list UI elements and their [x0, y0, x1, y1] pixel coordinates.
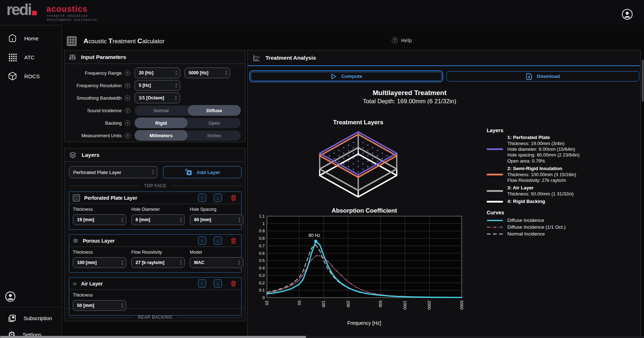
sound-incidence-row: Sound Incidence ? Normal Diffuse [65, 105, 246, 116]
move-layer-down-button[interactable]: ↓ [214, 279, 222, 288]
treatment-analysis-header: Treatment Analysis [248, 50, 640, 66]
svg-text:0.4: 0.4 [259, 266, 265, 270]
sidebar-divider [0, 307, 62, 307]
delete-layer-button[interactable] [229, 194, 238, 202]
sidebar-avatar-icon[interactable] [5, 291, 16, 302]
svg-text:1: 1 [263, 222, 265, 226]
help-button[interactable]: ? Help [392, 37, 412, 43]
move-layer-down-button[interactable]: ↓ [214, 237, 222, 245]
toggle-option-diffuse[interactable]: Diffuse [188, 105, 241, 116]
toggle-option-open[interactable]: Open [188, 118, 241, 128]
sound-incidence-help-icon[interactable]: ? [125, 108, 130, 113]
svg-text:Absorption Coefficient: Absorption Coefficient [331, 207, 397, 214]
frequency-resolution-row: Frequency Resolution ? 5 [Hz]∧∨ [65, 80, 246, 91]
logo-tagline-1: research education [47, 14, 88, 18]
curve-legend-entry: Diffuse Incidence [487, 217, 640, 224]
layer-card-title: Air Layer [81, 281, 191, 287]
frequency-max-input[interactable]: 5000 [Hz]∧∨ [184, 68, 230, 78]
download-button[interactable]: Download [446, 71, 639, 81]
frequency-resolution-help-icon[interactable]: ? [125, 83, 130, 88]
add-layer-label: Add Layer [197, 170, 220, 175]
sidebar-label-rocs: ROCS [24, 73, 40, 79]
sidebar-label-home: Home [24, 35, 39, 41]
add-layer-button[interactable]: Add Layer [163, 166, 242, 178]
frequency-range-help-icon[interactable]: ? [125, 70, 130, 76]
sidebar-item-rocs[interactable]: ROCS [0, 68, 62, 85]
horizontal-scrollbar-thumb[interactable] [0, 336, 306, 338]
measurement-units-help-icon[interactable]: ? [125, 133, 130, 138]
smoothing-bandwidth-label: Smoothing Bandwidth [65, 95, 122, 101]
toggle-option-milimeters[interactable]: Milimeters [135, 130, 188, 141]
model-select[interactable]: MAC∧∨ [190, 257, 243, 268]
spinner-down-icon[interactable]: ∨ [175, 85, 177, 88]
vertical-scrollbar-thumb[interactable] [642, 60, 644, 102]
move-layer-up-button[interactable]: ↑ [198, 194, 206, 202]
svg-text:0: 0 [263, 295, 265, 300]
sidebar-item-subscription[interactable]: Subscription [0, 310, 62, 327]
thickness-field: Thickness 19 [mm]∧∨ [73, 207, 126, 225]
svg-text:0.5: 0.5 [259, 258, 265, 263]
frequency-range-label: Frequency Range [65, 70, 122, 76]
layer-color-swatch [487, 190, 503, 192]
measurement-units-row: Measurement Units ? Milimeters Inches [65, 130, 246, 141]
treatment-analysis-panel: Treatment Analysis Compute Download Mult… [247, 50, 641, 337]
move-layer-down-button[interactable]: ↓ [214, 194, 222, 202]
backing-help-icon[interactable]: ? [125, 120, 130, 126]
frequency-resolution-input[interactable]: 5 [Hz]∧∨ [135, 80, 180, 91]
page-title-text: Acoustic Treatment Calculator [83, 37, 164, 45]
thickness-input[interactable]: 19 [mm]∧∨ [73, 214, 126, 225]
sidebar-nav: Home ATC ROCS Subscription ⚙ Settings [0, 25, 62, 338]
delete-layer-button[interactable] [229, 279, 238, 288]
play-icon [330, 73, 337, 80]
compute-label: Compute [341, 74, 362, 79]
compute-button[interactable]: Compute [249, 70, 443, 82]
logo-acoustics-text: acoustics [46, 4, 87, 14]
layer-type-select[interactable]: Perforated Plate Layer ∧∨ [69, 166, 157, 178]
treatment-layers-3d-diagram [306, 128, 410, 204]
analysis-chart-icon [253, 54, 260, 62]
flow-resistivity-input[interactable]: 27 [k·rayls/m]∧∨ [131, 257, 185, 268]
top-header-bar: redi acoustics research education develo… [0, 0, 644, 25]
logo-red-dot [32, 11, 37, 15]
move-layer-up-button[interactable]: ↑ [198, 237, 206, 245]
layer-legend-entry: 1: Perforated PlateThickness: 19.00mm (3… [487, 135, 640, 164]
thickness-input[interactable]: 100 [mm]∧∨ [73, 257, 126, 268]
rear-backing-section: REAR BACKING [65, 308, 245, 321]
toggle-option-inches[interactable]: Inches [188, 130, 241, 141]
input-parameters-header: Input Parameters [65, 50, 245, 64]
frequency-min-input[interactable]: 20 [Hz]∧∨ [135, 68, 180, 78]
backing-toggle: Rigid Open [135, 118, 241, 128]
layer-legend-entry: 4: Rigid Backing [487, 199, 640, 205]
sidebar-item-atc[interactable]: ATC [0, 49, 62, 66]
treatment-analysis-title: Treatment Analysis [265, 55, 316, 61]
toggle-option-rigid[interactable]: Rigid [135, 118, 188, 128]
move-layer-up-button[interactable]: ↑ [198, 279, 206, 288]
page-title: Acoustic Treatment Calculator [66, 36, 164, 46]
home-icon [8, 34, 17, 43]
hole-spacing-field: Hole Spacing 60 [mm]∧∨ [190, 207, 243, 225]
sidebar-item-home[interactable]: Home [0, 30, 62, 47]
smoothing-bandwidth-select[interactable]: 1/1 [Octave]∧∨ [135, 93, 180, 103]
spinner-down-icon[interactable]: ∨ [225, 73, 227, 75]
toggle-option-normal[interactable]: Normal [135, 105, 188, 116]
hole-diameter-field: Hole Diameter 6 [mm]∧∨ [131, 207, 185, 225]
layer-legend-entry: 3: Air LayerThickness: 50.00mm (1 31/32i… [487, 185, 640, 197]
add-layer-icon [184, 168, 192, 176]
svg-text:0.9: 0.9 [259, 229, 265, 233]
hole-spacing-input[interactable]: 60 [mm]∧∨ [190, 214, 243, 225]
redi-acoustics-logo: redi acoustics research education develo… [6, 2, 113, 24]
user-avatar-icon[interactable] [622, 9, 633, 20]
logo-redi-text: redi [6, 1, 31, 19]
hole-diameter-input[interactable]: 6 [mm]∧∨ [131, 214, 185, 225]
sidebar-label-atc: ATC [24, 54, 35, 60]
smoothing-bandwidth-help-icon[interactable]: ? [125, 95, 130, 101]
svg-text:2000: 2000 [427, 300, 431, 310]
layers-legend-heading: Layers [487, 128, 640, 133]
curve-legend-entry: Normal Incidence [487, 230, 640, 237]
spinner-down-icon[interactable]: ∨ [175, 73, 177, 75]
help-question-icon: ? [392, 37, 398, 43]
svg-text:5000: 5000 [460, 300, 464, 310]
svg-text:0.8: 0.8 [259, 236, 265, 240]
delete-layer-button[interactable] [229, 237, 238, 245]
frequency-resolution-label: Frequency Resolution [65, 83, 122, 88]
